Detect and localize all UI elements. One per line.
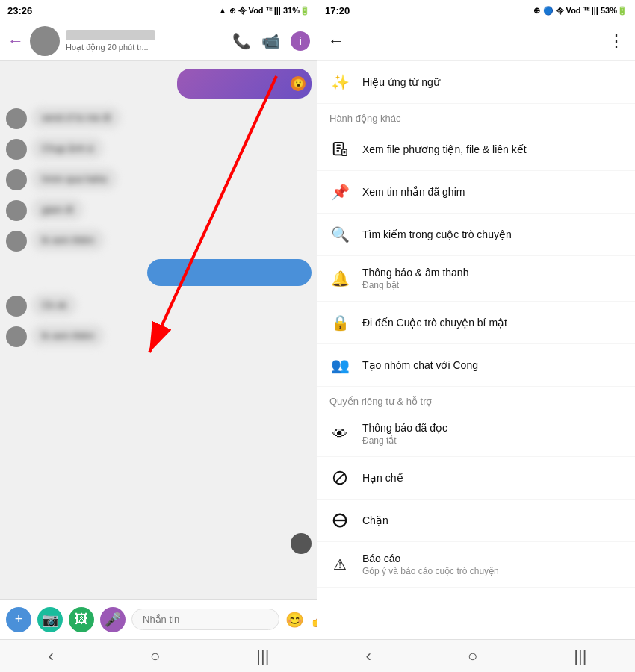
menu-label-da-doc: Thông báo đã đọc [362,422,447,434]
section-hanh-dong: Hành động khác [318,104,635,128]
chat-row-received-1: send cf to me đi [6,106,312,129]
back-nav[interactable]: ‹ [49,647,54,666]
right-home-nav[interactable]: ○ [468,647,477,666]
chat-avatar [6,231,27,252]
chat-bubble-received-2: Chụp ảnh á [31,137,104,160]
message-input[interactable] [131,609,279,630]
chat-bubble-received-5: lk xem thêm [31,228,105,252]
menu-item-bi-mat[interactable]: 🔒 Đi đến Cuộc trò chuyện bí mật [318,302,635,344]
phone-icon[interactable]: 📞 [232,32,251,50]
menu-text-search: Tìm kiếm trong cuộc trò chuyện [362,228,512,240]
menu-text-hieu-ung: Hiệu ứng từ ngữ [362,76,440,88]
left-status-icons: ▲ ⊕ 令 Vod ᵀᴱ ||| 31%🔋 [219,5,310,16]
chat-bubble-received-7: lk xem thêm [31,324,105,347]
chat-avatar [6,108,27,129]
menu-label-bi-mat: Đi đến Cuộc trò chuyện bí mật [362,317,507,329]
more-options-icon[interactable]: ⋮ [608,31,625,51]
right-recents-nav[interactable]: ||| [574,647,586,666]
menu-sublabel-bao-cao: Góp ý và báo cáo cuộc trò chuyện [362,566,499,576]
menu-item-xem-file[interactable]: Xem file phương tiện, file & liên kết [318,128,635,171]
menu-item-thongbao[interactable]: 🔔 Thông báo & âm thanh Đang bật [318,256,635,302]
svg-rect-3 [336,145,341,146]
emoji-reaction: 😮 [291,76,306,91]
menu-text-ghim: Xem tin nhắn đã ghim [362,186,465,198]
menu-label-han-che: Hạn chế [362,472,403,484]
section-quyen: Quyền riêng tư & hỗ trợ [318,387,635,411]
chat-row-received-5: lk xem thêm [6,228,312,252]
chat-row-received-3: hmm qua haha [6,167,312,190]
menu-label-nhom: Tạo nhóm chat với Cong [362,359,478,371]
left-nav-bar: ‹ ○ ||| [0,639,318,672]
chat-bubble-blue [147,259,312,286]
group-icon: 👥 [329,355,350,376]
menu-item-ghim[interactable]: 📌 Xem tin nhắn đã ghim [318,171,635,214]
menu-sublabel-thongbao: Đang bật [362,280,468,290]
left-panel: 23:26 ▲ ⊕ 令 Vod ᵀᴱ ||| 31%🔋 ← Hoạt động … [0,0,318,672]
chat-bubble-received-1: send cf to me đi [31,106,121,129]
chat-avatar [6,200,27,221]
menu-label-chan: Chặn [362,514,388,526]
menu-label-thongbao: Thông báo & âm thanh [362,267,468,279]
menu-label-hieu-ung: Hiệu ứng từ ngữ [362,76,440,88]
right-back-nav[interactable]: ‹ [366,647,371,666]
file-icon [329,139,350,160]
add-button[interactable]: + [6,607,31,632]
mic-button[interactable]: 🎤 [100,607,126,632]
right-status-bar: 17:20 ⊕ 🔵 令 Vod ᵀᴱ ||| 53%🔋 [318,0,635,21]
user-status: Hoạt động 20 phút tr... [66,43,226,52]
menu-text-nhom: Tạo nhóm chat với Cong [362,359,478,371]
eye-icon: 👁 [329,423,350,444]
chat-row-received-7: lk xem thêm [6,324,312,347]
block-icon [329,510,350,531]
menu-text-bi-mat: Đi đến Cuộc trò chuyện bí mật [362,317,507,329]
menu-label-xem-file: Xem file phương tiện, file & liên kết [362,143,527,155]
menu-item-search[interactable]: 🔍 Tìm kiếm trong cuộc trò chuyện [318,214,635,256]
restrict-icon [329,467,350,488]
menu-item-han-che[interactable]: Hạn chế [318,457,635,500]
bottom-avatar [291,533,312,554]
info-icon[interactable]: i [291,31,310,51]
chat-row-received-6: Ck ok [6,293,312,317]
chat-bubble-received-6: Ck ok [31,293,77,317]
chat-row-sent-2 [6,259,312,286]
left-header: ← Hoạt động 20 phút tr... 📞 📹 i [0,21,318,61]
video-icon[interactable]: 📹 [261,32,280,50]
menu-sublabel-da-doc: Đang tắt [362,435,447,446]
like-button[interactable]: 👍 [310,610,318,629]
chat-row-received-4: giam đi [6,198,312,221]
menu-label-ghim: Xem tin nhắn đã ghim [362,186,465,198]
avatar [30,26,60,56]
left-time: 23:26 [7,5,32,16]
menu-text-xem-file: Xem file phương tiện, file & liên kết [362,143,527,155]
svg-rect-4 [336,147,341,149]
right-header: ← ⋮ [318,21,635,61]
pin-icon: 📌 [329,181,350,202]
right-status-icons: ⊕ 🔵 令 Vod ᵀᴱ ||| 53%🔋 [533,5,628,16]
chat-avatar [6,169,27,190]
header-icons: 📞 📹 i [232,31,310,51]
emoji-button[interactable]: 😊 [285,611,304,629]
left-status-bar: 23:26 ▲ ⊕ 令 Vod ᵀᴱ ||| 31%🔋 [0,0,318,21]
home-nav[interactable]: ○ [150,647,160,666]
image-button[interactable]: 🖼 [69,607,94,632]
right-back-icon[interactable]: ← [328,31,344,51]
chat-row-received-2: Chụp ảnh á [6,137,312,160]
menu-item-bao-cao[interactable]: ⚠ Báo cáo Góp ý và báo cáo cuộc trò chuy… [318,542,635,588]
right-nav-bar: ‹ ○ ||| [318,639,635,672]
menu-text-thongbao: Thông báo & âm thanh Đang bật [362,267,468,290]
menu-item-hieu-ung[interactable]: ✨ Hiệu ứng từ ngữ [318,61,635,104]
sparkle-icon: ✨ [329,72,350,93]
menu-text-da-doc: Thông báo đã đọc Đang tắt [362,422,447,446]
menu-item-nhom[interactable]: 👥 Tạo nhóm chat với Cong [318,344,635,387]
back-icon[interactable]: ← [7,31,24,51]
right-panel: 17:20 ⊕ 🔵 令 Vod ᵀᴱ ||| 53%🔋 ← ⋮ ✨ Hiệu ứ… [318,0,635,672]
menu-item-da-doc[interactable]: 👁 Thông báo đã đọc Đang tắt [318,411,635,457]
camera-button[interactable]: 📷 [37,607,63,632]
search-icon: 🔍 [329,224,350,245]
menu-label-bao-cao: Báo cáo [362,553,499,564]
recents-nav[interactable]: ||| [256,647,269,666]
menu-item-chan[interactable]: Chặn [318,500,635,542]
chat-avatar [6,326,27,347]
menu-label-search: Tìm kiếm trong cuộc trò chuyện [362,228,512,240]
user-info: Hoạt động 20 phút tr... [66,30,226,52]
